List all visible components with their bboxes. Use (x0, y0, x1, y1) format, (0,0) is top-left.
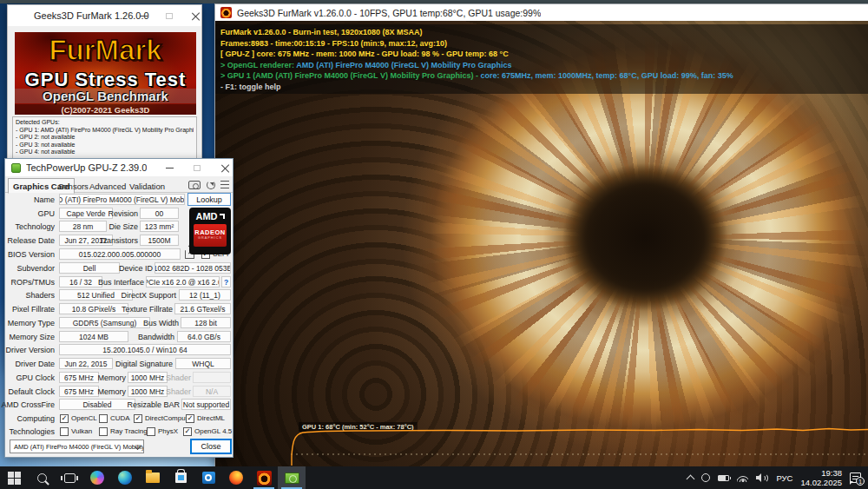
gpuz-close-action-button[interactable]: Close (190, 439, 232, 454)
battery-icon[interactable] (718, 475, 729, 481)
refresh-icon[interactable] (207, 181, 215, 189)
taskbar-store-button[interactable] (167, 466, 194, 489)
opencl-checkbox[interactable]: ✓ OpenCL (60, 413, 97, 424)
taskbar-furmark-button[interactable] (250, 466, 278, 489)
hamburger-menu-icon[interactable] (220, 181, 229, 188)
benchmark-titlebar[interactable]: Geeks3D FurMark v1.26.0.0 - 10FPS, GPU1 … (215, 4, 868, 21)
lookup-button[interactable]: Lookup (187, 193, 231, 206)
gpu-clock-shader-field (193, 372, 231, 383)
detected-gpu-2: - GPU 2: not available (16, 134, 194, 142)
checkbox-box: ✓ (186, 414, 194, 423)
detected-gpus-header: Detected GPUs: (16, 119, 194, 127)
taskbar-explorer-button[interactable] (139, 466, 167, 489)
tray-app-icon[interactable] (701, 473, 710, 482)
tab-validation[interactable]: Validation (125, 179, 169, 193)
row-subvendor: Subvendor Dell Device ID 1002 682D - 102… (10, 262, 230, 274)
cuda-checkbox[interactable]: CUDA (99, 413, 130, 424)
name-field: AMD (ATI) FirePro M4000 (FireGL V) Mobil… (59, 194, 185, 205)
gpu-selector-dropdown[interactable]: AMD (ATI) FirePro M4000 (FireGL V) Mobil… (10, 439, 144, 453)
task-view-button[interactable] (56, 466, 83, 489)
technology-label: Technology (10, 221, 55, 232)
firefox-icon (229, 471, 243, 485)
transistors-label: Transistors (102, 235, 138, 246)
texture-fillrate-label: Texture Fillrate (115, 303, 173, 314)
taskbar-clock[interactable]: 19:38 14.02.2025 (800, 468, 842, 487)
device-id-label: Device ID (121, 262, 153, 274)
task-view-icon (64, 473, 76, 483)
opengl-checkbox[interactable]: ✓ OpenGL 4.5 (183, 426, 232, 437)
row-name: Name AMD (ATI) FirePro M4000 (FireGL V) … (10, 194, 230, 205)
taskbar-firefox-button[interactable] (222, 466, 250, 489)
vulkan-checkbox[interactable]: Vulkan (60, 426, 92, 437)
notification-badge: 1 (856, 477, 865, 486)
physx-label: PhysX (158, 427, 178, 435)
radeon-badge: RADEON GRAPHICS (194, 224, 227, 247)
osd-line-gpuz: [ GPU-Z ] core: 675 MHz - mem: 1000 MHz … (220, 49, 868, 60)
memory-size-field: 1024 MB (59, 331, 128, 342)
maximize-button (160, 5, 179, 26)
gpuz-close-button[interactable] (215, 159, 234, 176)
subvendor-label: Subvendor (10, 262, 55, 274)
taskbar-gpuz-button[interactable] (278, 466, 306, 489)
cuda-label: CUDA (110, 414, 130, 422)
osd-renderer-prefix: > OpenGL renderer: (220, 61, 296, 69)
taskbar-outlook-button[interactable] (194, 466, 222, 489)
detected-gpu-3: - GPU 3: not available (16, 142, 194, 149)
outlook-icon (202, 472, 215, 484)
gpuz-titlebar[interactable]: TechPowerUp GPU-Z 2.39.0 (5, 159, 233, 176)
gpuz-window: TechPowerUp GPU-Z 2.39.0 Graphics Card S… (4, 158, 233, 458)
detected-gpu-1: - GPU 1: AMD (ATI) FirePro M4000 (FireGL… (16, 127, 194, 135)
wifi-icon[interactable] (737, 474, 748, 482)
physx-checkbox[interactable]: PhysX (147, 426, 178, 437)
taskbar: РУС 19:38 14.02.2025 1 (0, 466, 868, 489)
tab-advanced[interactable]: Advanced (85, 179, 130, 193)
close-button[interactable] (186, 5, 205, 26)
furmark-titlebar[interactable]: Geeks3D FurMark 1.26.0.0 (8, 5, 201, 26)
row-crossfire: AMD CrossFire Disabled Resizable BAR Not… (10, 399, 230, 410)
directml-checkbox[interactable]: ✓ DirectML (186, 413, 225, 424)
gpuz-minimize-button[interactable] (160, 159, 179, 176)
benchmark-render-area: FurMark v1.26.0.0 - Burn-in test, 1920x1… (215, 21, 868, 466)
taskbar-copilot-button[interactable] (83, 466, 111, 489)
bus-interface-help-button[interactable]: ? (221, 276, 231, 287)
gpuz-app-icon (11, 163, 21, 173)
gpu-clock-label: GPU Clock (10, 372, 55, 383)
gpuz-tab-bar: Graphics Card Sensors Advanced Validatio… (5, 177, 233, 193)
directml-label: DirectML (197, 414, 225, 422)
checkbox-box (99, 414, 108, 423)
transistors-field: 1500M (140, 235, 179, 246)
taskbar-search-button[interactable] (28, 466, 56, 489)
minimize-button[interactable] (134, 5, 153, 26)
directcompute-checkbox[interactable]: ✓ DirectCompute (134, 413, 191, 424)
copilot-icon (90, 471, 104, 485)
default-clock-label: Default Clock (10, 386, 55, 397)
bandwidth-field: 64.0 GB/s (177, 331, 231, 342)
ray-tracing-checkbox[interactable]: Ray Tracing (99, 426, 148, 437)
shaders-label: Shaders (10, 289, 55, 301)
name-label: Name (10, 194, 55, 205)
start-button[interactable] (0, 466, 28, 489)
computing-label: Computing (10, 413, 55, 424)
action-center-icon[interactable]: 1 (850, 472, 861, 483)
screenshot-camera-icon[interactable] (188, 181, 201, 189)
check-icon: ✓ (187, 414, 193, 422)
gpuz-icon (285, 472, 299, 484)
checkbox-box: ✓ (60, 414, 69, 423)
minimize-icon (166, 168, 174, 169)
directx-label: DirectX Support (119, 289, 176, 301)
driver-date-label: Driver Date (10, 358, 55, 369)
taskbar-edge-button[interactable] (111, 466, 139, 489)
osd-line-renderer: > OpenGL renderer: AMD (ATI) FirePro M40… (220, 60, 868, 71)
osd-renderer-value: AMD (ATI) FirePro M4000 (FireGL V) Mobil… (296, 61, 511, 69)
bus-interface-field: PCIe x16 2.0 @ x16 2.0 (146, 276, 220, 287)
bus-width-field: 128 bit (181, 317, 231, 328)
osd-line-test: FurMark v1.26.0.0 - Burn-in test, 1920x1… (220, 27, 868, 38)
pixel-fillrate-label: Pixel Fillrate (10, 303, 55, 314)
language-indicator[interactable]: РУС (776, 473, 792, 483)
tray-chevron-up-icon[interactable] (687, 475, 695, 484)
furmark-logo: FurMark GPU Stress Test OpenGL Benchmark… (15, 32, 196, 115)
volume-icon[interactable] (756, 473, 768, 482)
row-gpu-clock: GPU Clock 675 MHz Memory 1000 MHz Shader (10, 372, 230, 383)
amd-brand-text: AMD (195, 211, 217, 221)
benchmark-title: Geeks3D FurMark v1.26.0.0 - 10FPS, GPU1 … (237, 8, 541, 18)
